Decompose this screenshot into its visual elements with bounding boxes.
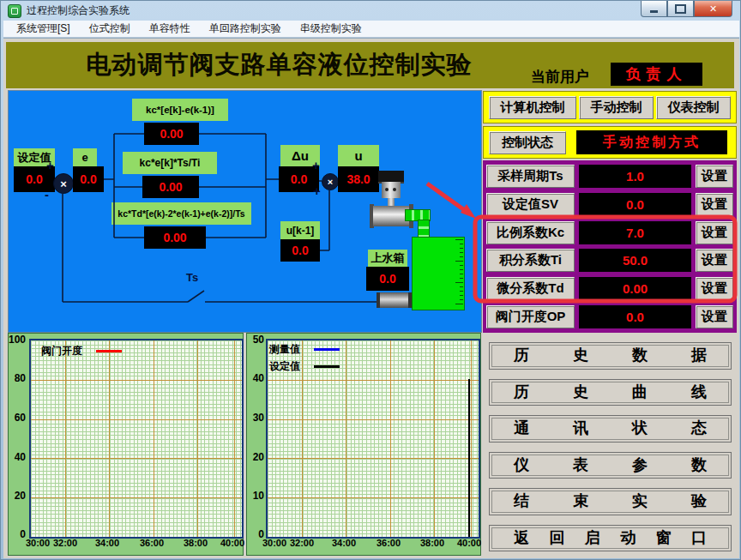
maximize-icon — [675, 4, 686, 14]
param-label-td: 微分系数Td — [486, 277, 575, 300]
p-term-formula: kc*[e[k]-e(k-1)] — [132, 99, 228, 121]
y-tick: 40 — [247, 372, 264, 384]
menu-onoff-control[interactable]: 位式控制 — [80, 20, 140, 38]
set-button-ts[interactable]: 设置 — [696, 165, 733, 188]
sum1-minus-sign: - — [45, 187, 49, 202]
param-row-sv: 设定值SV 0.0 设置 — [486, 193, 733, 216]
y-tick: 60 — [9, 412, 26, 424]
u-label: u — [338, 145, 379, 166]
u-prev-value: 0.0 — [280, 239, 320, 262]
control-block-diagram: 设定值 0.0 + × - e 0.0 kc*[e[k]-e(k-1)] 0.0… — [8, 90, 482, 333]
upper-water-tank — [412, 237, 465, 310]
error-label: e — [73, 148, 97, 166]
control-status-value: 手动控制方式 — [576, 130, 727, 154]
valve-opening-trend-chart: 100 80 60 40 20 0 30:00 32:00 34:00 36:0… — [8, 333, 244, 556]
black-line-swatch — [314, 365, 340, 368]
legend-measured-value: 测量值 — [269, 342, 340, 357]
current-user-value: 负责人 — [611, 63, 702, 86]
param-value-kc: 7.0 — [579, 221, 691, 244]
legend-valve-opening: 阀门开度 — [41, 344, 122, 358]
comm-status-button[interactable]: 通讯状态 — [489, 415, 732, 443]
y-tick: 50 — [247, 334, 264, 346]
set-button-ti[interactable]: 设置 — [696, 249, 733, 272]
i-term-formula: kc*e[k]*Ts/Ti — [123, 152, 217, 174]
minimize-icon — [650, 10, 658, 13]
d-term-value: 0.00 — [144, 226, 206, 249]
x-tick: 40:00 — [220, 538, 244, 548]
y-tick: 80 — [9, 372, 26, 384]
instrument-params-button[interactable]: 仪表参数 — [489, 452, 732, 479]
y-tick: 20 — [9, 490, 26, 502]
menu-cascade[interactable]: 串级控制实验 — [291, 20, 371, 38]
manual-control-button[interactable]: 手动控制 — [579, 96, 654, 119]
summing-junction-1: × — [53, 173, 74, 194]
y-tick: 100 — [9, 334, 26, 346]
return-start-window-button[interactable]: 返回启动窗口 — [489, 525, 732, 552]
set-button-op[interactable]: 设置 — [696, 305, 733, 328]
set-button-kc[interactable]: 设置 — [696, 221, 733, 244]
app-icon — [8, 4, 21, 18]
computer-control-button[interactable]: 计算机控制 — [489, 96, 576, 119]
summing-junction-2: × — [322, 173, 339, 190]
chart-plot-area — [29, 339, 244, 539]
param-label-ti: 积分系数Ti — [486, 249, 575, 272]
tank-ruler-short-ticks — [460, 239, 463, 308]
instrument-control-button[interactable]: 仪表控制 — [656, 96, 731, 119]
window-frame: 过程控制综合实验系统 ✕ 系统管理[S] 位式控制 单容特性 单回路控制实验 串… — [0, 0, 741, 560]
valve-indicator-dot — [385, 188, 389, 191]
history-data-button[interactable]: 历史数据 — [489, 342, 732, 370]
param-label-sv: 设定值SV — [486, 193, 575, 216]
window-controls: ✕ — [641, 1, 732, 17]
tank-level-value: 0.0 — [366, 267, 409, 291]
close-icon: ✕ — [709, 3, 717, 15]
tank-label: 上水箱 — [368, 250, 407, 267]
param-value-sv: 0.0 — [579, 193, 691, 216]
x-tick: 36:00 — [140, 538, 164, 548]
titlebar: 过程控制综合实验系统 ✕ — [1, 1, 740, 21]
u-prev-label: u[k-1] — [280, 221, 320, 239]
sampling-switch-label: Ts — [186, 271, 198, 284]
x-tick: 38:00 — [420, 538, 444, 548]
maximize-button[interactable] — [667, 1, 694, 17]
menu-single-loop[interactable]: 单回路控制实验 — [200, 20, 291, 38]
param-value-ts: 1.0 — [579, 165, 691, 188]
set-button-sv[interactable]: 设置 — [696, 193, 733, 216]
param-label-op: 阀门开度OP — [486, 305, 575, 328]
minimize-button[interactable] — [641, 1, 667, 17]
x-tick: 30:00 — [26, 538, 50, 548]
legend-setpoint-value: 设定值 — [269, 359, 340, 374]
d-term-formula: kc*Td*[e(k)-2*e(k-1)+e(k-2)]/Ts — [111, 202, 251, 225]
sum1-plus-sign: + — [46, 158, 54, 172]
page-title: 电动调节阀支路单容液位控制实验 — [6, 48, 552, 82]
close-button[interactable]: ✕ — [694, 1, 732, 17]
i-term-value: 0.00 — [142, 176, 199, 198]
p-term-value: 0.00 — [144, 123, 199, 145]
level-sensor — [377, 292, 412, 308]
level-trend-chart: 50 40 30 20 10 0 30:00 32:00 34:00 36:00… — [246, 333, 481, 556]
param-value-ti: 50.0 — [579, 249, 691, 272]
nav-button-panel: 历史数据 历史曲线 通讯状态 仪表参数 结束实验 返回启动窗口 — [485, 337, 736, 557]
x-tick: 34:00 — [95, 538, 119, 548]
history-curve-button[interactable]: 历史曲线 — [489, 379, 732, 406]
menu-single-capacity[interactable]: 单容特性 — [140, 20, 200, 38]
control-status-label: 控制状态 — [489, 131, 566, 154]
param-row-td: 微分系数Td 0.00 设置 — [486, 277, 733, 300]
y-tick: 40 — [9, 451, 26, 463]
x-tick: 38:00 — [184, 538, 208, 548]
blue-line-swatch — [314, 348, 340, 351]
parameter-panel: 采样周期Ts 1.0 设置 设定值SV 0.0 设置 比例系数Kc 7.0 设置… — [483, 160, 737, 333]
param-label-kc: 比例系数Kc — [486, 221, 575, 244]
x-tick: 32:00 — [53, 538, 77, 548]
error-value: 0.0 — [73, 166, 104, 192]
x-tick: 40:00 — [457, 538, 481, 548]
u-value: 38.0 — [338, 166, 379, 192]
menu-system-management[interactable]: 系统管理[S] — [7, 20, 80, 38]
x-tick: 30:00 — [262, 538, 286, 548]
banner: 电动调节阀支路单容液位控制实验 当前用户 负责人 — [6, 42, 734, 88]
set-button-td[interactable]: 设置 — [696, 277, 733, 300]
y-tick: 30 — [247, 412, 264, 424]
red-line-swatch — [96, 350, 122, 352]
end-experiment-button[interactable]: 结束实验 — [489, 488, 732, 515]
sum2-bottom-plus-sign: + — [313, 184, 321, 198]
param-value-op: 0.0 — [579, 305, 691, 328]
